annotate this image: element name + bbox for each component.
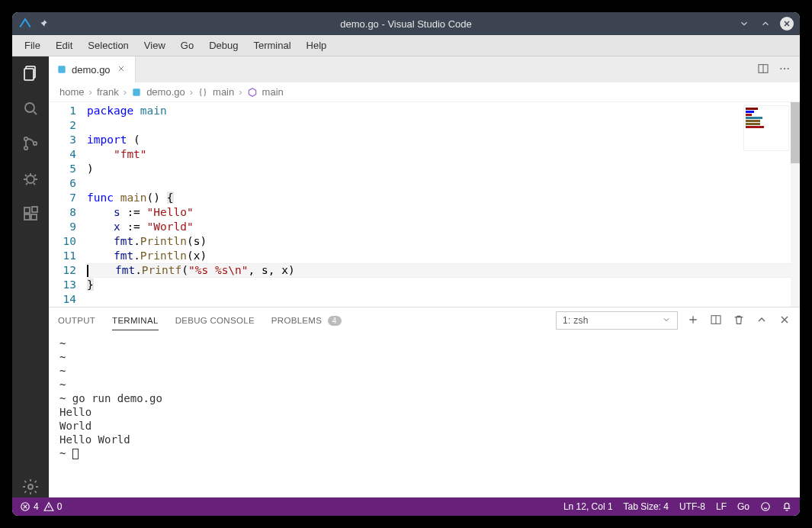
breadcrumb-item[interactable]: home — [59, 86, 85, 98]
code-editor[interactable]: 1234567891011121314 package main import … — [49, 102, 800, 307]
svg-point-15 — [784, 67, 785, 69]
terminal-line: Hello World — [59, 433, 789, 446]
svg-point-4 — [24, 146, 27, 150]
menu-go[interactable]: Go — [173, 40, 201, 51]
terminal-output[interactable]: ~ ~ ~ ~ ~ go run demo.go Hello World Hel… — [49, 333, 800, 497]
status-cursor-position[interactable]: Ln 12, Col 1 — [563, 501, 613, 512]
svg-rect-7 — [24, 208, 30, 213]
svg-point-11 — [28, 485, 33, 489]
extensions-icon[interactable] — [20, 203, 41, 224]
status-encoding[interactable]: UTF-8 — [679, 501, 705, 512]
notifications-icon[interactable] — [782, 501, 792, 512]
svg-rect-12 — [58, 66, 65, 72]
go-file-icon — [56, 64, 67, 75]
status-tab-size[interactable]: Tab Size: 4 — [624, 501, 669, 512]
window-title: demo.go - Visual Studio Code — [12, 18, 800, 30]
svg-rect-8 — [24, 214, 30, 220]
text-cursor — [87, 265, 88, 277]
more-actions-icon[interactable] — [778, 63, 791, 77]
explorer-icon[interactable] — [20, 63, 41, 84]
problems-badge: 4 — [328, 316, 342, 326]
panel-tab-output[interactable]: OUTPUT — [58, 316, 95, 325]
chevron-right-icon: › — [190, 86, 193, 98]
go-file-icon — [131, 87, 142, 98]
menu-terminal[interactable]: Terminal — [246, 40, 298, 51]
menu-debug[interactable]: Debug — [201, 40, 246, 51]
tab-demo-go[interactable]: demo.go — [49, 56, 136, 82]
panel-tab-debug-console[interactable]: DEBUG CONSOLE — [175, 316, 255, 325]
menubar: File Edit Selection View Go Debug Termin… — [12, 35, 800, 56]
terminal-line: ~ go run demo.go — [59, 391, 789, 405]
terminal-line: ~ — [59, 378, 789, 391]
svg-point-2 — [25, 103, 34, 112]
tab-close-icon[interactable] — [115, 63, 127, 77]
app-icon — [18, 17, 32, 31]
debug-icon[interactable] — [20, 168, 41, 189]
kill-terminal-icon[interactable] — [733, 314, 745, 327]
namespace-icon — [197, 87, 208, 98]
terminal-line: ~ — [59, 364, 789, 378]
breadcrumb-item[interactable]: main — [213, 86, 234, 98]
activity-bar — [12, 56, 49, 497]
breadcrumb-item[interactable]: frank — [97, 86, 119, 98]
svg-rect-10 — [32, 207, 37, 212]
split-terminal-icon[interactable] — [710, 314, 722, 327]
breadcrumb-item[interactable]: main — [262, 86, 284, 98]
menu-view[interactable]: View — [136, 40, 173, 51]
terminal-line: ~ — [59, 336, 789, 350]
tab-bar: demo.go — [49, 56, 800, 82]
feedback-icon[interactable] — [760, 501, 771, 512]
maximize-panel-icon[interactable] — [756, 314, 768, 327]
svg-rect-1 — [24, 69, 34, 80]
breadcrumb-item[interactable]: demo.go — [146, 86, 185, 98]
chevron-right-icon: › — [124, 86, 127, 98]
status-bar: 4 0 Ln 12, Col 1 Tab Size: 4 UTF-8 LF Go — [12, 497, 800, 516]
settings-gear-icon[interactable] — [20, 476, 41, 497]
close-button[interactable] — [780, 17, 794, 31]
editor-scrollbar[interactable] — [791, 102, 800, 307]
panel-tab-problems[interactable]: PROBLEMS 4 — [271, 316, 342, 325]
menu-edit[interactable]: Edit — [48, 40, 80, 51]
source-control-icon[interactable] — [20, 133, 41, 154]
status-warnings[interactable]: 0 — [43, 501, 63, 512]
titlebar: demo.go - Visual Studio Code — [12, 12, 800, 35]
status-language[interactable]: Go — [737, 501, 749, 512]
search-icon[interactable] — [20, 98, 41, 119]
tab-label: demo.go — [72, 64, 111, 76]
menu-file[interactable]: File — [17, 40, 48, 51]
breadcrumb[interactable]: home › frank › demo.go › main › main — [49, 82, 800, 102]
panel-tab-terminal[interactable]: TERMINAL — [112, 316, 159, 330]
function-icon — [247, 87, 258, 98]
terminal-line: ~ — [59, 446, 789, 460]
terminal-line: ~ — [59, 350, 789, 364]
minimap[interactable] — [743, 105, 789, 151]
minimize-button[interactable] — [737, 17, 751, 31]
chevron-right-icon: › — [239, 86, 242, 98]
pin-icon[interactable] — [38, 18, 49, 29]
svg-point-20 — [762, 503, 770, 511]
panel-tab-bar: OUTPUT TERMINAL DEBUG CONSOLE PROBLEMS 4… — [49, 307, 800, 333]
close-panel-icon[interactable] — [778, 314, 791, 327]
chevron-right-icon: › — [89, 86, 92, 98]
split-editor-icon[interactable] — [757, 63, 769, 77]
status-errors[interactable]: 4 — [20, 501, 39, 512]
new-terminal-icon[interactable] — [687, 314, 699, 327]
maximize-button[interactable] — [759, 17, 772, 31]
terminal-line: World — [59, 419, 789, 433]
chevron-down-icon — [662, 315, 671, 327]
terminal-selector[interactable]: 1: zsh — [556, 311, 678, 330]
line-number-gutter: 1234567891011121314 — [49, 104, 87, 307]
svg-point-6 — [27, 175, 34, 183]
menu-selection[interactable]: Selection — [80, 40, 136, 51]
svg-point-16 — [788, 67, 789, 69]
status-eol[interactable]: LF — [716, 501, 727, 512]
terminal-line: Hello — [59, 405, 789, 419]
svg-rect-17 — [133, 89, 140, 95]
menu-help[interactable]: Help — [299, 40, 335, 51]
terminal-cursor — [72, 449, 79, 459]
svg-point-14 — [780, 67, 782, 69]
svg-rect-9 — [31, 214, 37, 220]
svg-point-3 — [24, 137, 27, 140]
